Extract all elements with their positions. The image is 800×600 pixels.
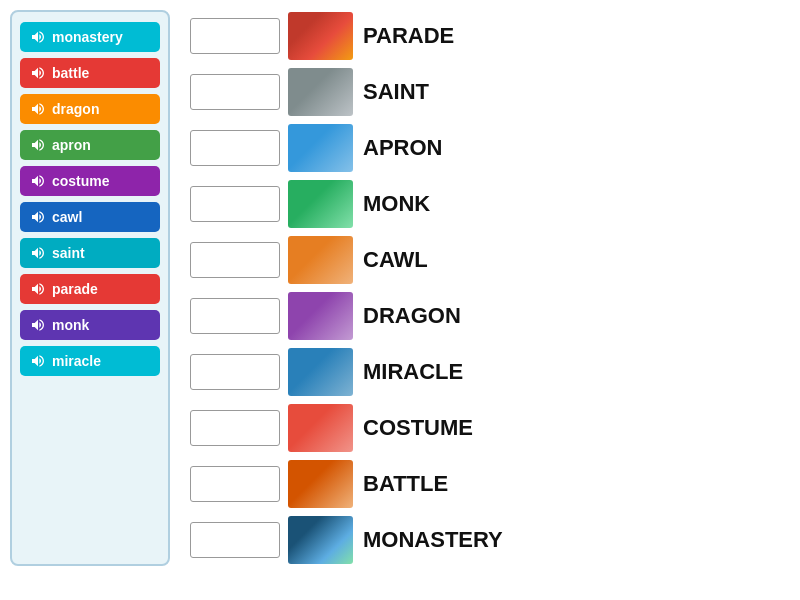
- match-row-monastery: MONASTERY: [190, 514, 790, 566]
- answer-input-apron[interactable]: [190, 130, 280, 166]
- left-panel: monasterybattledragonaproncostumecawlsai…: [10, 10, 170, 566]
- word-btn-label-saint: saint: [52, 245, 85, 261]
- word-btn-label-apron: apron: [52, 137, 91, 153]
- answer-input-saint[interactable]: [190, 74, 280, 110]
- answer-input-dragon[interactable]: [190, 298, 280, 334]
- word-label-monastery: MONASTERY: [363, 527, 503, 553]
- image-dragon: [288, 292, 353, 340]
- word-label-dragon: DRAGON: [363, 303, 461, 329]
- word-btn-costume[interactable]: costume: [20, 166, 160, 196]
- word-btn-apron[interactable]: apron: [20, 130, 160, 160]
- word-btn-monk[interactable]: monk: [20, 310, 160, 340]
- word-label-parade: PARADE: [363, 23, 454, 49]
- speaker-icon: [30, 353, 46, 369]
- answer-input-monastery[interactable]: [190, 522, 280, 558]
- speaker-icon: [30, 245, 46, 261]
- speaker-icon: [30, 209, 46, 225]
- answer-input-miracle[interactable]: [190, 354, 280, 390]
- match-row-monk: MONK: [190, 178, 790, 230]
- match-row-cawl: CAWL: [190, 234, 790, 286]
- match-row-costume: COSTUME: [190, 402, 790, 454]
- match-row-dragon: DRAGON: [190, 290, 790, 342]
- speaker-icon: [30, 317, 46, 333]
- match-row-miracle: MIRACLE: [190, 346, 790, 398]
- image-saint: [288, 68, 353, 116]
- answer-input-costume[interactable]: [190, 410, 280, 446]
- main-container: monasterybattledragonaproncostumecawlsai…: [10, 10, 790, 566]
- word-btn-label-monk: monk: [52, 317, 89, 333]
- word-btn-label-cawl: cawl: [52, 209, 82, 225]
- speaker-icon: [30, 173, 46, 189]
- image-parade: [288, 12, 353, 60]
- word-btn-label-dragon: dragon: [52, 101, 99, 117]
- word-label-battle: BATTLE: [363, 471, 448, 497]
- word-label-costume: COSTUME: [363, 415, 473, 441]
- match-row-saint: SAINT: [190, 66, 790, 118]
- match-row-apron: APRON: [190, 122, 790, 174]
- image-monastery: [288, 516, 353, 564]
- word-label-cawl: CAWL: [363, 247, 428, 273]
- word-btn-battle[interactable]: battle: [20, 58, 160, 88]
- word-btn-label-miracle: miracle: [52, 353, 101, 369]
- speaker-icon: [30, 29, 46, 45]
- match-row-parade: PARADE: [190, 10, 790, 62]
- image-cawl: [288, 236, 353, 284]
- word-btn-saint[interactable]: saint: [20, 238, 160, 268]
- word-btn-label-costume: costume: [52, 173, 110, 189]
- speaker-icon: [30, 281, 46, 297]
- image-miracle: [288, 348, 353, 396]
- match-row-battle: BATTLE: [190, 458, 790, 510]
- word-label-miracle: MIRACLE: [363, 359, 463, 385]
- word-btn-cawl[interactable]: cawl: [20, 202, 160, 232]
- answer-input-parade[interactable]: [190, 18, 280, 54]
- word-btn-label-battle: battle: [52, 65, 89, 81]
- image-apron: [288, 124, 353, 172]
- image-costume: [288, 404, 353, 452]
- word-label-saint: SAINT: [363, 79, 429, 105]
- answer-input-battle[interactable]: [190, 466, 280, 502]
- word-btn-dragon[interactable]: dragon: [20, 94, 160, 124]
- word-label-apron: APRON: [363, 135, 442, 161]
- speaker-icon: [30, 137, 46, 153]
- word-btn-label-monastery: monastery: [52, 29, 123, 45]
- right-panel: PARADESAINTAPRONMONKCAWLDRAGONMIRACLECOS…: [190, 10, 790, 566]
- answer-input-monk[interactable]: [190, 186, 280, 222]
- word-btn-label-parade: parade: [52, 281, 98, 297]
- image-monk: [288, 180, 353, 228]
- word-btn-miracle[interactable]: miracle: [20, 346, 160, 376]
- word-btn-parade[interactable]: parade: [20, 274, 160, 304]
- word-btn-monastery[interactable]: monastery: [20, 22, 160, 52]
- speaker-icon: [30, 101, 46, 117]
- answer-input-cawl[interactable]: [190, 242, 280, 278]
- word-label-monk: MONK: [363, 191, 430, 217]
- speaker-icon: [30, 65, 46, 81]
- image-battle: [288, 460, 353, 508]
